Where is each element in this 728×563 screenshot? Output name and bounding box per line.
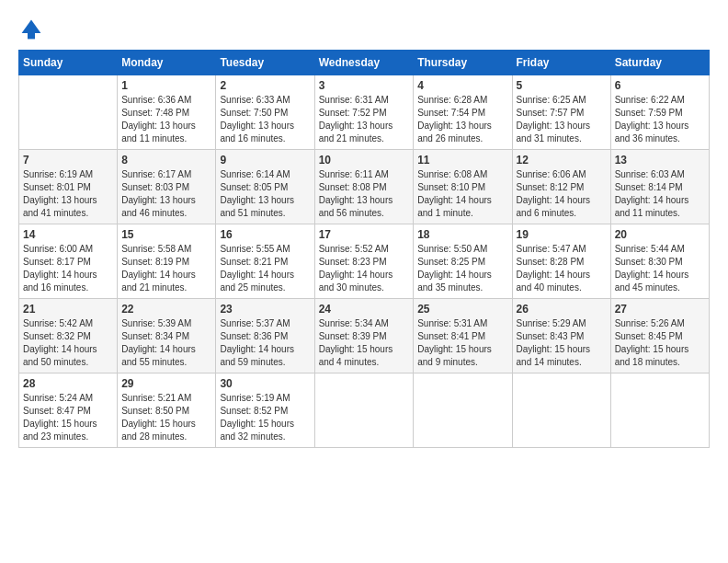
weekday-header-monday: Monday xyxy=(118,51,216,75)
calendar-cell xyxy=(414,373,512,448)
calendar-cell: 25Sunrise: 5:31 AMSunset: 8:41 PMDayligh… xyxy=(414,299,512,373)
calendar-cell: 11Sunrise: 6:08 AMSunset: 8:10 PMDayligh… xyxy=(414,150,512,224)
day-info: Sunrise: 5:44 AMSunset: 8:30 PMDaylight:… xyxy=(615,243,705,294)
day-info: Sunrise: 6:00 AMSunset: 8:17 PMDaylight:… xyxy=(23,243,113,294)
calendar-week-3: 14Sunrise: 6:00 AMSunset: 8:17 PMDayligh… xyxy=(19,224,710,299)
calendar-cell: 30Sunrise: 5:19 AMSunset: 8:52 PMDayligh… xyxy=(216,373,314,448)
day-info: Sunrise: 5:52 AMSunset: 8:23 PMDaylight:… xyxy=(319,243,410,294)
day-number: 19 xyxy=(517,228,607,241)
day-info: Sunrise: 6:08 AMSunset: 8:10 PMDaylight:… xyxy=(417,168,507,220)
calendar-cell: 27Sunrise: 5:26 AMSunset: 8:45 PMDayligh… xyxy=(610,299,709,373)
day-info: Sunrise: 5:39 AMSunset: 8:34 PMDaylight:… xyxy=(121,317,211,369)
calendar-header-row: SundayMondayTuesdayWednesdayThursdayFrid… xyxy=(19,51,710,75)
calendar-cell: 12Sunrise: 6:06 AMSunset: 8:12 PMDayligh… xyxy=(512,150,610,224)
calendar-cell: 9Sunrise: 6:14 AMSunset: 8:05 PMDaylight… xyxy=(216,150,314,224)
day-number: 16 xyxy=(220,228,310,241)
calendar-cell: 18Sunrise: 5:50 AMSunset: 8:25 PMDayligh… xyxy=(414,224,512,299)
calendar-cell: 23Sunrise: 5:37 AMSunset: 8:36 PMDayligh… xyxy=(216,299,314,373)
day-number: 21 xyxy=(23,303,113,316)
day-number: 25 xyxy=(417,303,507,316)
weekday-header-thursday: Thursday xyxy=(414,51,512,75)
calendar-cell: 5Sunrise: 6:25 AMSunset: 7:57 PMDaylight… xyxy=(512,75,610,150)
calendar-cell: 13Sunrise: 6:03 AMSunset: 8:14 PMDayligh… xyxy=(610,150,709,224)
day-number: 24 xyxy=(319,303,410,316)
day-info: Sunrise: 6:31 AMSunset: 7:52 PMDaylight:… xyxy=(319,94,410,145)
page-header xyxy=(18,18,710,40)
day-number: 14 xyxy=(23,228,113,241)
calendar-cell xyxy=(512,373,610,448)
calendar-week-5: 28Sunrise: 5:24 AMSunset: 8:47 PMDayligh… xyxy=(19,373,710,448)
calendar-cell: 19Sunrise: 5:47 AMSunset: 8:28 PMDayligh… xyxy=(512,224,610,299)
calendar-cell: 28Sunrise: 5:24 AMSunset: 8:47 PMDayligh… xyxy=(19,373,118,448)
day-info: Sunrise: 6:36 AMSunset: 7:48 PMDaylight:… xyxy=(121,94,211,145)
calendar-cell: 4Sunrise: 6:28 AMSunset: 7:54 PMDaylight… xyxy=(414,75,512,150)
day-info: Sunrise: 5:50 AMSunset: 8:25 PMDaylight:… xyxy=(417,243,507,294)
day-info: Sunrise: 6:33 AMSunset: 7:50 PMDaylight:… xyxy=(220,94,310,145)
day-number: 17 xyxy=(319,228,410,241)
day-number: 29 xyxy=(121,377,211,390)
calendar-cell: 20Sunrise: 5:44 AMSunset: 8:30 PMDayligh… xyxy=(610,224,709,299)
day-info: Sunrise: 5:21 AMSunset: 8:50 PMDaylight:… xyxy=(121,392,211,443)
weekday-header-wednesday: Wednesday xyxy=(314,51,414,75)
day-number: 11 xyxy=(417,154,507,167)
calendar-cell: 7Sunrise: 6:19 AMSunset: 8:01 PMDaylight… xyxy=(19,150,118,224)
day-number: 13 xyxy=(615,154,705,167)
calendar-week-4: 21Sunrise: 5:42 AMSunset: 8:32 PMDayligh… xyxy=(19,299,710,373)
day-info: Sunrise: 5:42 AMSunset: 8:32 PMDaylight:… xyxy=(23,317,113,369)
day-info: Sunrise: 6:03 AMSunset: 8:14 PMDaylight:… xyxy=(615,168,705,220)
day-number: 27 xyxy=(615,303,705,316)
calendar-cell xyxy=(610,373,709,448)
day-info: Sunrise: 5:55 AMSunset: 8:21 PMDaylight:… xyxy=(220,243,310,294)
day-info: Sunrise: 6:11 AMSunset: 8:08 PMDaylight:… xyxy=(319,168,410,220)
calendar-cell: 3Sunrise: 6:31 AMSunset: 7:52 PMDaylight… xyxy=(314,75,414,150)
day-number: 3 xyxy=(319,79,410,92)
day-number: 4 xyxy=(417,79,507,92)
calendar-cell: 24Sunrise: 5:34 AMSunset: 8:39 PMDayligh… xyxy=(314,299,414,373)
day-info: Sunrise: 6:22 AMSunset: 7:59 PMDaylight:… xyxy=(615,94,705,145)
calendar-cell xyxy=(19,75,118,150)
day-info: Sunrise: 6:25 AMSunset: 7:57 PMDaylight:… xyxy=(517,94,607,145)
day-number: 23 xyxy=(220,303,310,316)
calendar-cell: 8Sunrise: 6:17 AMSunset: 8:03 PMDaylight… xyxy=(118,150,216,224)
logo xyxy=(18,18,42,40)
day-info: Sunrise: 5:24 AMSunset: 8:47 PMDaylight:… xyxy=(23,392,113,443)
day-number: 10 xyxy=(319,154,410,167)
day-number: 2 xyxy=(220,79,310,92)
calendar-week-2: 7Sunrise: 6:19 AMSunset: 8:01 PMDaylight… xyxy=(19,150,710,224)
day-number: 9 xyxy=(220,154,310,167)
calendar-cell xyxy=(314,373,414,448)
day-info: Sunrise: 5:29 AMSunset: 8:43 PMDaylight:… xyxy=(517,317,607,369)
calendar-cell: 17Sunrise: 5:52 AMSunset: 8:23 PMDayligh… xyxy=(314,224,414,299)
calendar-cell: 14Sunrise: 6:00 AMSunset: 8:17 PMDayligh… xyxy=(19,224,118,299)
calendar-body: 1Sunrise: 6:36 AMSunset: 7:48 PMDaylight… xyxy=(19,75,710,448)
day-info: Sunrise: 6:28 AMSunset: 7:54 PMDaylight:… xyxy=(417,94,507,145)
day-info: Sunrise: 6:17 AMSunset: 8:03 PMDaylight:… xyxy=(121,168,211,220)
day-number: 15 xyxy=(121,228,211,241)
day-number: 8 xyxy=(121,154,211,167)
day-number: 12 xyxy=(517,154,607,167)
calendar-cell: 1Sunrise: 6:36 AMSunset: 7:48 PMDaylight… xyxy=(118,75,216,150)
calendar-table: SundayMondayTuesdayWednesdayThursdayFrid… xyxy=(18,50,710,448)
day-number: 28 xyxy=(23,377,113,390)
calendar-week-1: 1Sunrise: 6:36 AMSunset: 7:48 PMDaylight… xyxy=(19,75,710,150)
weekday-header-friday: Friday xyxy=(512,51,610,75)
svg-rect-1 xyxy=(28,33,35,39)
calendar-cell: 22Sunrise: 5:39 AMSunset: 8:34 PMDayligh… xyxy=(118,299,216,373)
day-number: 7 xyxy=(23,154,113,167)
day-info: Sunrise: 5:19 AMSunset: 8:52 PMDaylight:… xyxy=(220,392,310,443)
calendar-cell: 29Sunrise: 5:21 AMSunset: 8:50 PMDayligh… xyxy=(118,373,216,448)
day-info: Sunrise: 5:47 AMSunset: 8:28 PMDaylight:… xyxy=(517,243,607,294)
day-number: 20 xyxy=(615,228,705,241)
day-info: Sunrise: 5:37 AMSunset: 8:36 PMDaylight:… xyxy=(220,317,310,369)
calendar-cell: 21Sunrise: 5:42 AMSunset: 8:32 PMDayligh… xyxy=(19,299,118,373)
calendar-cell: 26Sunrise: 5:29 AMSunset: 8:43 PMDayligh… xyxy=(512,299,610,373)
day-number: 30 xyxy=(220,377,310,390)
calendar-cell: 15Sunrise: 5:58 AMSunset: 8:19 PMDayligh… xyxy=(118,224,216,299)
svg-marker-0 xyxy=(22,20,41,33)
calendar-cell: 2Sunrise: 6:33 AMSunset: 7:50 PMDaylight… xyxy=(216,75,314,150)
calendar-cell: 10Sunrise: 6:11 AMSunset: 8:08 PMDayligh… xyxy=(314,150,414,224)
day-info: Sunrise: 6:19 AMSunset: 8:01 PMDaylight:… xyxy=(23,168,113,220)
weekday-header-tuesday: Tuesday xyxy=(216,51,314,75)
day-info: Sunrise: 5:26 AMSunset: 8:45 PMDaylight:… xyxy=(615,317,705,369)
weekday-header-sunday: Sunday xyxy=(19,51,118,75)
